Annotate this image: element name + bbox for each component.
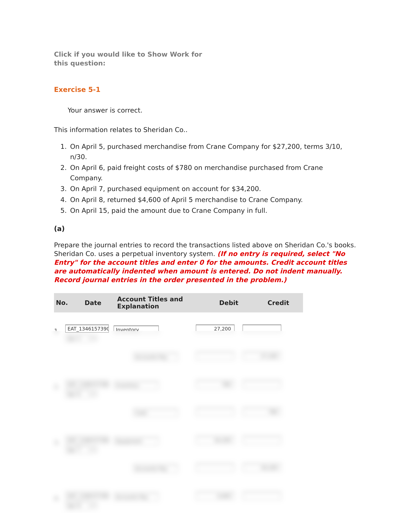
debit-input[interactable]: 4,600	[196, 492, 234, 500]
journal-entries: 1. EAT_1346157390 Apr 5 Inventory 27,200	[54, 324, 318, 510]
date-dropdown[interactable]: EAT_1346157390	[65, 324, 109, 332]
account-title-input[interactable]: Cash	[133, 409, 178, 417]
debit-input[interactable]: 27,200	[196, 324, 234, 332]
credit-input[interactable]	[243, 324, 281, 332]
account-title-input[interactable]: Inventory	[114, 381, 159, 389]
date-input[interactable]: Apr 6	[65, 390, 89, 398]
journal-entry: 3. EAT_1346157390 Apr 7 Equipment 34,200	[54, 436, 318, 473]
debit-input[interactable]: 780	[196, 380, 234, 388]
date-input[interactable]: Apr 8	[65, 502, 89, 510]
credit-input[interactable]	[243, 380, 281, 388]
col-credit: Credit	[256, 299, 301, 306]
calendar-icon[interactable]	[91, 446, 97, 453]
journal-entry: 1. EAT_1346157390 Apr 5 Inventory 27,200	[54, 324, 318, 361]
journal-entry: 4. EAT_1346157390 Apr 8 Accounts Pay 4,6…	[54, 492, 318, 510]
page: Click if you would like to Show Work for…	[0, 0, 411, 532]
date-input[interactable]: Apr 5	[65, 334, 89, 342]
account-title-input[interactable]: Inventory	[114, 325, 159, 333]
col-date: Date	[69, 299, 117, 306]
intro-text: This information relates to Sheridan Co.…	[54, 125, 357, 134]
show-work-prompt[interactable]: Click if you would like to Show Work for…	[54, 50, 218, 68]
credit-input[interactable]: 780	[243, 408, 281, 416]
entry-number: 2.	[54, 380, 65, 390]
col-no: No.	[54, 300, 69, 306]
debit-input[interactable]	[196, 464, 234, 472]
part-label: (a)	[54, 225, 357, 233]
account-title-input[interactable]: Accounts Pay	[133, 465, 178, 473]
account-title-input[interactable]: Accounts Pay	[114, 493, 159, 501]
credit-input[interactable]: 34,200	[243, 464, 281, 472]
account-title-input[interactable]: Accounts Pay	[133, 353, 178, 361]
date-dropdown[interactable]: EAT_1346157390	[65, 492, 109, 500]
list-item: On April 15, paid the amount due to Cran…	[69, 206, 357, 216]
journal-entry: 2. EAT_1346157390 Apr 6 Inventory 780	[54, 380, 318, 417]
date-input[interactable]: Apr 7	[65, 446, 89, 454]
entry-number: 4.	[54, 492, 65, 502]
exercise-title: Exercise 5-1	[54, 86, 357, 94]
date-dropdown[interactable]: EAT_1346157390	[65, 380, 109, 388]
account-title-input[interactable]: Equipment	[114, 437, 159, 445]
credit-input[interactable]	[243, 492, 281, 500]
journal-header-row: No. Date Account Titles and Explanation …	[54, 293, 303, 313]
answer-correct-message: Your answer is correct.	[68, 106, 357, 114]
list-item: On April 7, purchased equipment on accou…	[69, 184, 357, 194]
list-item: On April 5, purchased merchandise from C…	[69, 142, 357, 162]
list-item: On April 6, paid freight costs of $780 o…	[69, 163, 357, 183]
credit-input[interactable]: 27,200	[243, 352, 281, 360]
date-dropdown[interactable]: EAT_1346157390	[65, 436, 109, 444]
instructions: Prepare the journal entries to record th…	[54, 241, 357, 284]
entry-number: 3.	[54, 436, 65, 446]
debit-input[interactable]	[196, 408, 234, 416]
list-item: On April 8, returned $4,600 of April 5 m…	[69, 195, 357, 205]
col-acct: Account Titles and Explanation	[117, 296, 202, 310]
debit-input[interactable]: 34,200	[196, 436, 234, 444]
calendar-icon[interactable]	[91, 391, 97, 397]
transaction-list: On April 5, purchased merchandise from C…	[54, 142, 357, 216]
calendar-icon[interactable]	[91, 502, 97, 509]
credit-input[interactable]	[243, 436, 281, 444]
col-debit: Debit	[202, 299, 256, 306]
debit-input[interactable]	[196, 352, 234, 360]
calendar-icon[interactable]	[91, 335, 97, 342]
entry-number: 1.	[54, 324, 65, 334]
